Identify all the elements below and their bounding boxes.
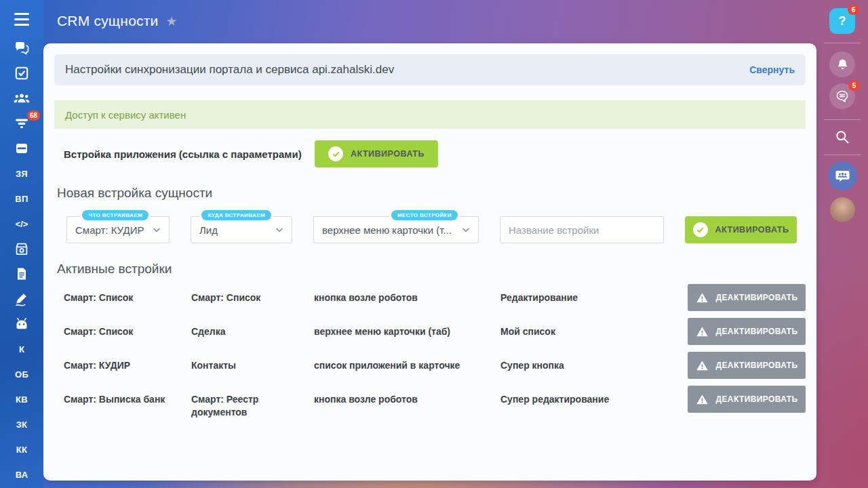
target-select-value: Лид bbox=[199, 224, 274, 236]
group-chat-button[interactable] bbox=[828, 161, 857, 190]
target-select-badge: КУДА ВСТРАИВАЕМ bbox=[201, 210, 271, 220]
chevron-down-icon bbox=[274, 224, 285, 235]
deactivate-label: ДЕАКТИВИРОВАТЬ bbox=[716, 394, 798, 404]
row-name: Мой список bbox=[500, 318, 688, 338]
embed-name-input[interactable] bbox=[500, 216, 664, 243]
robot-icon[interactable] bbox=[13, 316, 31, 332]
chevron-down-icon bbox=[151, 224, 162, 235]
table-row: Смарт: Выписка банк Смарт: Реестр докуме… bbox=[64, 386, 806, 419]
row-target: Смарт: Список bbox=[191, 284, 314, 304]
messages-button[interactable]: 5 bbox=[829, 83, 855, 109]
table-row: Смарт: КУДИР Контакты список приложений … bbox=[64, 352, 806, 379]
menu-hamburger-icon[interactable] bbox=[0, 0, 43, 26]
page-title: CRM сущности bbox=[57, 13, 158, 29]
right-rail: ? 6 5 bbox=[816, 0, 868, 488]
crm-funnel-icon[interactable]: 68 bbox=[13, 115, 31, 131]
service-status-text: Доступ к сервису активен bbox=[65, 109, 186, 121]
messages-counter-badge: 5 bbox=[848, 81, 860, 91]
bell-icon bbox=[835, 58, 850, 72]
chat-lines-icon bbox=[835, 89, 850, 104]
help-icon: ? bbox=[839, 14, 846, 28]
bitrix-crm-screen: CRM сущности ★ 68 ЗЯ ВП bbox=[0, 0, 868, 488]
collapse-link[interactable]: Свернуть bbox=[749, 64, 795, 75]
deactivate-button[interactable]: ДЕАКТИВИРОВАТЬ bbox=[688, 284, 806, 311]
activate-new-embed-button[interactable]: АКТИВИРОВАТЬ bbox=[685, 216, 797, 243]
employees-icon[interactable] bbox=[13, 90, 31, 106]
warning-icon bbox=[696, 393, 709, 406]
table-row: Смарт: Список Сделка верхнее меню карточ… bbox=[64, 318, 806, 345]
new-embed-title: Новая встройка сущности bbox=[57, 186, 816, 201]
sidebar-item-k[interactable]: К bbox=[19, 341, 24, 357]
deactivate-label: ДЕАКТИВИРОВАТЬ bbox=[716, 361, 798, 370]
search-icon bbox=[834, 129, 850, 145]
row-name: Редактирование bbox=[500, 284, 688, 304]
group-chat-icon bbox=[834, 167, 851, 184]
documents-icon[interactable] bbox=[13, 266, 31, 282]
sidebar-item-kk[interactable]: КК bbox=[16, 441, 27, 458]
sidebar-item-ob[interactable]: ОБ bbox=[15, 366, 28, 382]
crm-counter-badge: 68 bbox=[27, 110, 40, 121]
help-button[interactable]: ? 6 bbox=[829, 8, 855, 34]
row-place: верхнее меню карточки (таб) bbox=[314, 318, 500, 338]
tasks-icon[interactable] bbox=[13, 65, 31, 81]
active-embeds-title: Активные встройки bbox=[57, 262, 816, 277]
content-card: Настройки синхронизации портала и сервис… bbox=[43, 43, 816, 481]
row-target: Контакты bbox=[191, 352, 314, 372]
row-target: Смарт: Реестр документов bbox=[191, 386, 314, 419]
warning-icon bbox=[696, 291, 709, 304]
warning-icon bbox=[696, 325, 709, 338]
left-sidebar: 68 ЗЯ ВП </> К ОБ bbox=[0, 0, 43, 488]
favorite-star-icon[interactable]: ★ bbox=[165, 15, 177, 28]
sidebar-item-va[interactable]: ВА bbox=[16, 466, 28, 483]
drive-icon[interactable] bbox=[13, 140, 31, 157]
activate-new-embed-label: АКТИВИРОВАТЬ bbox=[715, 225, 789, 235]
entity-select-badge: ЧТО ВСТРАИВАЕМ bbox=[82, 210, 149, 220]
row-target: Сделка bbox=[191, 318, 314, 338]
row-entity: Смарт: КУДИР bbox=[64, 352, 191, 372]
entity-select-value: Смарт: КУДИР bbox=[75, 224, 151, 236]
target-select[interactable]: КУДА ВСТРАИВАЕМ Лид bbox=[191, 216, 292, 243]
check-icon bbox=[328, 146, 343, 161]
notifications-button[interactable] bbox=[829, 52, 855, 77]
sync-settings-header: Настройки синхронизации портала и сервис… bbox=[54, 54, 806, 85]
messenger-icon[interactable] bbox=[13, 40, 31, 56]
sync-settings-title: Настройки синхронизации портала и сервис… bbox=[65, 63, 394, 77]
sign-icon[interactable] bbox=[13, 291, 31, 307]
sidebar-item-kv[interactable]: КВ bbox=[16, 391, 28, 407]
deactivate-button[interactable]: ДЕАКТИВИРОВАТЬ bbox=[688, 386, 806, 413]
deactivate-label: ДЕАКТИВИРОВАТЬ bbox=[716, 293, 798, 302]
row-place: кнопка возле роботов bbox=[314, 284, 500, 304]
user-avatar[interactable] bbox=[830, 197, 855, 222]
entity-select[interactable]: ЧТО ВСТРАИВАЕМ Смарт: КУДИР bbox=[66, 216, 170, 243]
rail-divider bbox=[824, 155, 861, 155]
rail-divider bbox=[824, 119, 861, 120]
new-embed-row: ЧТО ВСТРАИВАЕМ Смарт: КУДИР КУДА ВСТРАИВ… bbox=[66, 216, 806, 243]
row-entity: Смарт: Список bbox=[64, 318, 191, 338]
market-icon[interactable] bbox=[13, 241, 31, 257]
deactivate-button[interactable]: ДЕАКТИВИРОВАТЬ bbox=[688, 318, 806, 345]
row-place: список приложений в карточке bbox=[314, 352, 500, 372]
sidebar-item-vp[interactable]: ВП bbox=[15, 190, 28, 207]
rail-divider bbox=[824, 43, 861, 43]
page-title-bar: CRM сущности ★ bbox=[57, 0, 178, 42]
activate-app-embed-label: АКТИВИРОВАТЬ bbox=[351, 149, 425, 159]
service-status-banner: Доступ к сервису активен bbox=[54, 100, 806, 129]
search-button[interactable] bbox=[832, 127, 852, 147]
app-embed-label: Встройка приложения (ссылка с параметрам… bbox=[64, 148, 315, 160]
active-embeds-table: Смарт: Список Смарт: Список кнопка возле… bbox=[64, 284, 806, 419]
activate-app-embed-button[interactable]: АКТИВИРОВАТЬ bbox=[315, 140, 438, 167]
check-icon bbox=[693, 222, 708, 237]
place-select-value: верхнее меню карточки (т... bbox=[322, 224, 460, 236]
sidebar-item-zk[interactable]: ЗК bbox=[16, 416, 28, 432]
sidebar-icons: 68 ЗЯ ВП </> К ОБ bbox=[13, 40, 31, 483]
row-entity: Смарт: Выписка банк bbox=[64, 386, 191, 406]
deactivate-label: ДЕАКТИВИРОВАТЬ bbox=[716, 327, 798, 336]
app-embed-row: Встройка приложения (ссылка с параметрам… bbox=[64, 140, 806, 167]
sidebar-item-zya[interactable]: ЗЯ bbox=[16, 165, 28, 182]
row-entity: Смарт: Список bbox=[64, 284, 191, 304]
place-select[interactable]: МЕСТО ВСТРОЙКИ верхнее меню карточки (т.… bbox=[313, 216, 479, 243]
developer-code-icon[interactable]: </> bbox=[13, 216, 31, 232]
row-name: Супер редактирование bbox=[500, 386, 688, 406]
deactivate-button[interactable]: ДЕАКТИВИРОВАТЬ bbox=[688, 352, 806, 379]
chevron-down-icon bbox=[460, 224, 471, 235]
